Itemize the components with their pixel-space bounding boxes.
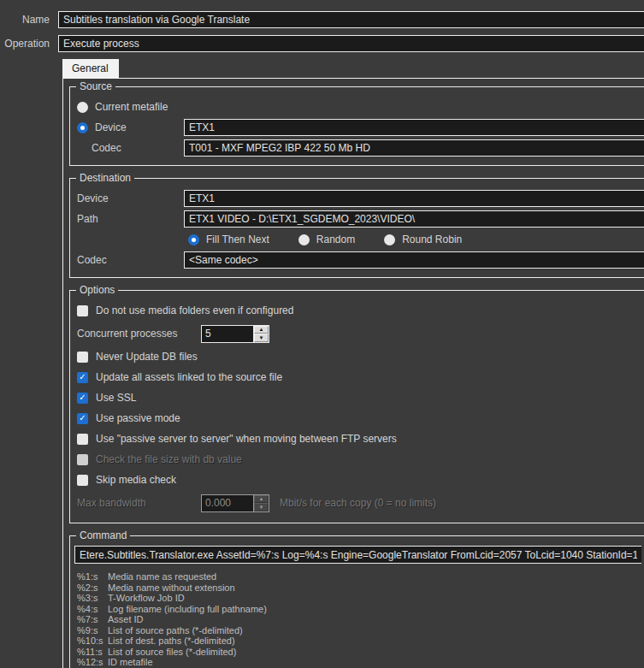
check-file-size-label: Check the file size with db value <box>96 453 242 465</box>
passive-server-checkbox[interactable]: ✓ <box>77 434 88 445</box>
fill-then-next-radio[interactable] <box>188 234 199 245</box>
placeholder-legend: %1:sMedia name as requested %2:sMedia na… <box>77 571 644 668</box>
placeholder-row: %2:sMedia name without extension <box>77 582 644 594</box>
options-group: Options ✓ Do not use media folders even … <box>69 290 644 523</box>
command-input[interactable] <box>74 546 641 564</box>
fill-then-next-label: Fill Then Next <box>206 234 269 245</box>
concurrent-processes-stepper: ▲ ▼ <box>201 325 269 343</box>
source-codec-label: Codec <box>77 142 184 154</box>
operation-row: Operation <box>0 35 644 52</box>
current-metafile-label: Current metafile <box>95 101 168 113</box>
placeholder-row: %9:sList of source paths (*-delimited) <box>77 625 644 636</box>
use-passive-mode-row: ✓ Use passive mode <box>77 408 644 429</box>
check-file-size-row: ✓ Check the file size with db value <box>77 449 644 470</box>
fill-mode-row: Fill Then Next Random Round Robin <box>77 229 644 250</box>
concurrent-processes-row: Concurrent processes ▲ ▼ <box>77 321 644 346</box>
concurrent-processes-input[interactable] <box>201 325 254 343</box>
passive-server-label: Use "passive server to server" when movi… <box>96 433 397 445</box>
use-ssl-checkbox[interactable]: ✓ <box>77 393 88 404</box>
random-label: Random <box>316 234 355 245</box>
placeholder-row: %4:sLog filename (including full pathnam… <box>77 604 644 615</box>
command-group: Command %1:sMedia name as requested %2:s… <box>69 535 644 668</box>
no-media-folders-label: Do not use media folders even if configu… <box>96 304 293 316</box>
no-media-folders-checkbox[interactable]: ✓ <box>77 305 88 316</box>
name-row: Name <box>0 11 644 28</box>
source-group-title: Source <box>76 80 115 92</box>
checkmark-icon: ✓ <box>79 373 86 381</box>
spin-up-button: ▲ <box>254 495 269 504</box>
operation-input[interactable] <box>58 35 644 52</box>
dest-device-label: Device <box>77 192 184 204</box>
dest-path-row: Path <box>77 209 644 229</box>
tab-general[interactable]: General <box>62 59 119 78</box>
source-device-input[interactable] <box>184 119 644 136</box>
options-group-title: Options <box>76 284 118 296</box>
round-robin-label: Round Robin <box>402 234 462 245</box>
update-linked-assets-row: ✓ Update all assets linked to the source… <box>77 367 644 387</box>
concurrent-processes-label: Concurrent processes <box>77 328 201 340</box>
max-bandwidth-stepper: ▲ ▼ <box>201 494 269 512</box>
source-codec-input[interactable] <box>184 139 644 157</box>
spin-down-button: ▼ <box>254 503 269 511</box>
placeholder-row: %7:sAsset ID <box>77 614 644 625</box>
current-metafile-radio[interactable] <box>77 102 88 113</box>
use-passive-mode-checkbox[interactable]: ✓ <box>77 413 88 424</box>
random-radio[interactable] <box>298 234 310 245</box>
current-metafile-row: Current metafile <box>77 97 644 117</box>
spin-down-button[interactable]: ▼ <box>254 334 269 342</box>
skip-media-check-checkbox[interactable]: ✓ <box>77 475 88 486</box>
placeholder-row: %1:sMedia name as requested <box>77 571 644 582</box>
destination-group-title: Destination <box>76 172 134 184</box>
max-bandwidth-suffix: Mbit/s for each copy (0 = no limits) <box>280 497 436 509</box>
max-bandwidth-row: Max bandwidth ▲ ▼ Mbit/s for each copy (… <box>77 490 644 516</box>
general-tab-panel: Source Current metafile Device Codec Des… <box>62 78 644 668</box>
skip-media-check-row: ✓ Skip media check <box>77 470 644 490</box>
tab-bar: General <box>62 59 644 78</box>
skip-media-check-label: Skip media check <box>96 474 176 486</box>
source-device-label: Device <box>95 121 127 133</box>
never-update-db-row: ✓ Never Update DB files <box>77 346 644 367</box>
operation-label: Operation <box>0 38 50 50</box>
checkmark-icon: ✓ <box>79 393 86 402</box>
never-update-db-checkbox[interactable]: ✓ <box>77 352 88 363</box>
never-update-db-label: Never Update DB files <box>96 351 198 363</box>
max-bandwidth-input <box>201 494 254 512</box>
destination-group: Destination Device Path Fill Then Next R… <box>69 178 644 278</box>
dest-path-input[interactable] <box>184 210 644 228</box>
source-device-radio[interactable] <box>77 122 88 133</box>
dest-codec-label: Codec <box>77 254 184 266</box>
name-label: Name <box>0 14 50 26</box>
dest-path-label: Path <box>77 213 184 225</box>
placeholder-row: %10:sList of dest. paths (*-delimited) <box>77 635 644 647</box>
source-group: Source Current metafile Device Codec <box>69 86 644 166</box>
dest-device-input[interactable] <box>184 190 644 207</box>
checkmark-icon: ✓ <box>79 414 86 423</box>
command-group-title: Command <box>76 529 130 541</box>
placeholder-row: %12:sID metafile <box>77 657 644 668</box>
update-linked-assets-checkbox[interactable]: ✓ <box>77 372 88 383</box>
dest-codec-row: Codec <box>77 250 644 270</box>
check-file-size-checkbox[interactable]: ✓ <box>77 454 88 465</box>
max-bandwidth-label: Max bandwidth <box>77 497 201 509</box>
dest-codec-input[interactable] <box>184 251 644 269</box>
name-input[interactable] <box>58 11 644 28</box>
source-device-row: Device <box>77 117 644 138</box>
update-linked-assets-label: Update all assets linked to the source f… <box>96 371 282 383</box>
use-ssl-label: Use SSL <box>96 392 136 404</box>
placeholder-row: %11:sList of source files (*-delimited) <box>77 647 644 658</box>
use-ssl-row: ✓ Use SSL <box>77 387 644 408</box>
passive-server-row: ✓ Use "passive server to server" when mo… <box>77 429 644 449</box>
round-robin-radio[interactable] <box>384 234 395 245</box>
source-codec-row: Codec <box>77 138 644 158</box>
dest-device-row: Device <box>77 188 644 209</box>
process-properties-dialog: Name Operation General Source Current me… <box>0 11 644 668</box>
use-passive-mode-label: Use passive mode <box>96 412 180 424</box>
spin-up-button[interactable]: ▲ <box>254 326 269 334</box>
no-media-folders-row: ✓ Do not use media folders even if confi… <box>77 300 644 321</box>
placeholder-row: %3:sT-Workflow Job ID <box>77 593 644 604</box>
